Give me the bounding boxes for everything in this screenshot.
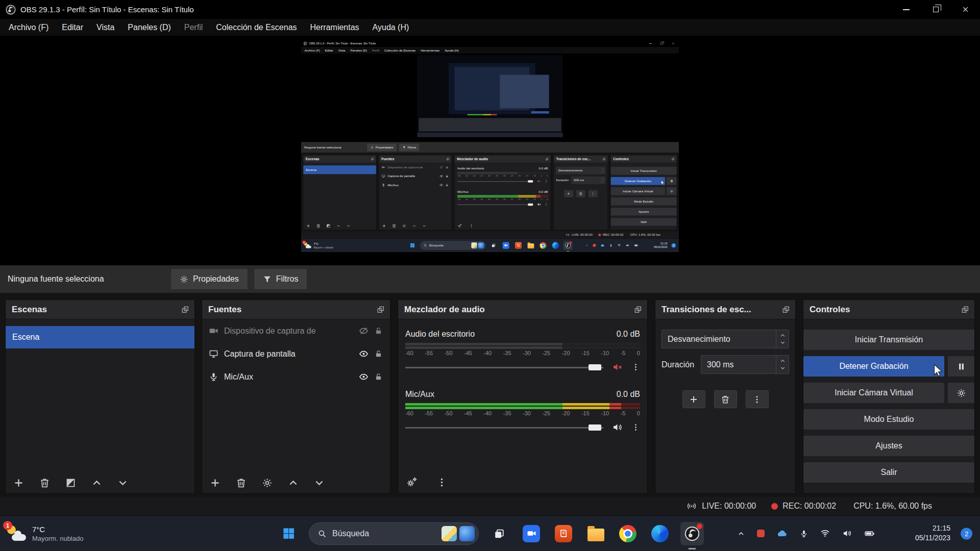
stop-recording-button[interactable]: Detener Grabación bbox=[803, 356, 944, 377]
menu-ayuda[interactable]: Ayuda (H) bbox=[366, 19, 416, 36]
move-scene-up-icon[interactable] bbox=[91, 478, 102, 488]
menu-herramientas[interactable]: Herramientas bbox=[304, 19, 366, 36]
restore-button[interactable] bbox=[921, 0, 950, 19]
file-explorer-button[interactable] bbox=[584, 522, 607, 545]
move-source-up-icon[interactable] bbox=[288, 478, 299, 488]
start-streaming-button[interactable]: Iniciar Transmisión bbox=[803, 330, 974, 350]
menu-vista[interactable]: Vista bbox=[90, 19, 121, 36]
show-hidden-icons-chevron[interactable] bbox=[738, 530, 745, 537]
source-row-mic-aux[interactable]: Mic/Aux bbox=[202, 365, 390, 388]
scene-list-item[interactable]: Escena bbox=[6, 326, 194, 348]
meter-tick: -10 bbox=[601, 410, 609, 416]
mute-icon[interactable] bbox=[612, 362, 623, 372]
virtual-camera-settings-button[interactable] bbox=[948, 383, 974, 403]
source-row-capture-device[interactable]: Dispositivo de captura de bbox=[202, 319, 390, 342]
add-transition-button[interactable] bbox=[682, 390, 705, 408]
meter-tick: -35 bbox=[503, 350, 511, 356]
sources-panel-title: Fuentes bbox=[208, 305, 241, 315]
menu-archivo[interactable]: Archivo (F) bbox=[2, 19, 55, 36]
task-view-button[interactable] bbox=[487, 522, 511, 545]
sources-toolbar bbox=[210, 478, 325, 488]
video-app-button[interactable] bbox=[520, 522, 543, 545]
video-app-icon bbox=[523, 525, 540, 542]
meter-tick: 0 bbox=[637, 350, 640, 356]
onedrive-icon[interactable] bbox=[777, 528, 788, 539]
edge-button[interactable] bbox=[648, 522, 672, 545]
add-source-icon[interactable] bbox=[210, 478, 220, 488]
remove-transition-button[interactable] bbox=[714, 390, 737, 408]
move-source-down-icon[interactable] bbox=[314, 478, 325, 488]
popout-icon[interactable] bbox=[634, 306, 642, 314]
advanced-audio-icon[interactable] bbox=[406, 476, 418, 488]
weather-widget[interactable]: 1 7°C Mayorm. nublado bbox=[6, 524, 83, 543]
mixer-menu-icon[interactable] bbox=[436, 477, 447, 488]
visibility-icon[interactable] bbox=[359, 349, 369, 359]
volume-slider[interactable] bbox=[405, 424, 603, 431]
popout-icon[interactable] bbox=[961, 306, 969, 314]
add-scene-icon[interactable] bbox=[13, 478, 24, 488]
menu-editar[interactable]: Editar bbox=[55, 19, 90, 36]
search-highlight-thumbnail-2[interactable] bbox=[459, 526, 475, 541]
menu-paneles[interactable]: Paneles (D) bbox=[121, 19, 177, 36]
volume-slider-handle[interactable] bbox=[589, 364, 601, 370]
battery-icon[interactable] bbox=[864, 528, 875, 539]
remove-source-icon[interactable] bbox=[236, 478, 247, 488]
spin-up-icon[interactable] bbox=[780, 358, 786, 364]
source-row-display-capture[interactable]: Captura de pantalla bbox=[202, 342, 390, 365]
volume-meter bbox=[405, 403, 640, 409]
obs-taskbar-button[interactable] bbox=[680, 522, 704, 545]
folder-icon bbox=[587, 529, 604, 541]
settings-button[interactable]: Ajustes bbox=[803, 436, 974, 456]
wifi-icon[interactable] bbox=[820, 529, 830, 538]
speaker-icon[interactable] bbox=[612, 422, 623, 433]
duration-spinbox[interactable]: 300 ms bbox=[701, 355, 789, 374]
popout-icon[interactable] bbox=[181, 306, 189, 314]
menu-perfil[interactable]: Perfil bbox=[178, 19, 209, 36]
mic-in-use-icon[interactable] bbox=[800, 530, 808, 538]
studio-mode-button[interactable]: Modo Estudio bbox=[803, 409, 974, 430]
remove-scene-icon[interactable] bbox=[39, 478, 50, 488]
start-virtual-camera-button[interactable]: Iniciar Cámara Virtual bbox=[803, 383, 944, 403]
source-properties-icon[interactable] bbox=[262, 478, 273, 488]
volume-slider-handle[interactable] bbox=[589, 424, 601, 431]
search-highlight-thumbnail-1[interactable] bbox=[442, 526, 457, 541]
lock-icon[interactable] bbox=[374, 372, 383, 381]
popout-icon[interactable] bbox=[377, 306, 385, 314]
filters-button[interactable]: Filtros bbox=[254, 268, 308, 290]
properties-label: Propiedades bbox=[193, 274, 239, 284]
popout-icon[interactable] bbox=[782, 306, 790, 314]
preview-canvas[interactable]: OBS 29.1.3 - Perfíl: Sin Título - Escena… bbox=[0, 36, 980, 265]
close-button[interactable] bbox=[950, 0, 980, 19]
source-label: Mic/Aux bbox=[224, 372, 353, 382]
meter-tick: -50 bbox=[445, 410, 453, 416]
orange-app-icon bbox=[555, 525, 572, 542]
minimize-button[interactable] bbox=[891, 0, 921, 19]
properties-button[interactable]: Propiedades bbox=[170, 268, 248, 290]
scene-filters-icon[interactable] bbox=[65, 478, 76, 488]
lock-icon[interactable] bbox=[374, 327, 383, 335]
taskbar-clock[interactable]: 21:15 05/11/2023 bbox=[915, 523, 950, 543]
orange-app-button[interactable] bbox=[552, 522, 575, 545]
notification-count-badge[interactable]: 2 bbox=[961, 528, 972, 539]
move-scene-down-icon[interactable] bbox=[117, 478, 128, 488]
start-button[interactable] bbox=[277, 522, 300, 545]
volume-slider[interactable] bbox=[405, 364, 603, 370]
cloud-icon bbox=[12, 534, 26, 541]
pause-recording-button[interactable] bbox=[948, 356, 974, 377]
exit-button[interactable]: Salir bbox=[803, 462, 974, 483]
visibility-icon[interactable] bbox=[359, 372, 369, 382]
transition-menu-button[interactable] bbox=[746, 390, 769, 408]
lock-icon[interactable] bbox=[374, 349, 383, 358]
tray-app-icon[interactable] bbox=[757, 530, 765, 537]
channel-menu-icon[interactable] bbox=[631, 423, 640, 432]
chrome-button[interactable] bbox=[616, 522, 640, 545]
channel-menu-icon[interactable] bbox=[631, 363, 640, 371]
menu-coleccion-escenas[interactable]: Colección de Escenas bbox=[209, 19, 303, 36]
visibility-hidden-icon[interactable] bbox=[359, 326, 369, 336]
chevron-up-icon bbox=[780, 333, 786, 338]
volume-icon[interactable] bbox=[842, 529, 852, 538]
live-time: LIVE: 00:00:00 bbox=[702, 502, 756, 511]
search-box[interactable]: Búsqueda bbox=[309, 522, 479, 545]
transition-select[interactable]: Desvanecimiento bbox=[662, 330, 789, 348]
spin-down-icon[interactable] bbox=[780, 365, 786, 371]
